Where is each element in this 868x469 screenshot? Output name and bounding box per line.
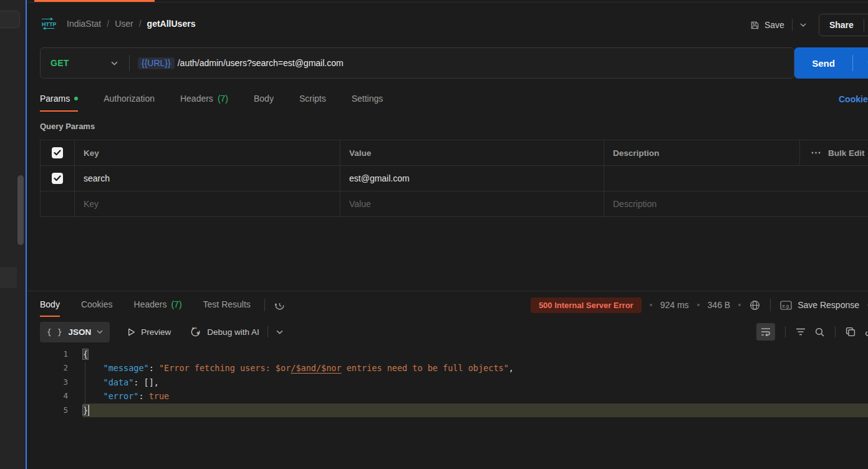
link-icon[interactable] [864, 327, 868, 337]
breadcrumb-collection[interactable]: IndiaStat [67, 19, 101, 29]
tab-label: Headers [180, 94, 213, 104]
method-label: GET [51, 58, 69, 68]
request-tabs: Params Authorization Headers (7) Body Sc… [40, 87, 383, 112]
column-header-value: Value [340, 140, 604, 166]
response-tab-test-results[interactable]: Test Results [203, 294, 251, 317]
param-key-cell[interactable]: search [75, 166, 340, 191]
param-value-cell[interactable]: est@gmail.com [340, 166, 604, 191]
sidebar-scrollbar-thumb[interactable] [17, 175, 24, 245]
header-actions: Save Share [750, 14, 868, 36]
save-response-label: Save Response [798, 300, 859, 310]
divider [264, 299, 265, 311]
save-options-chevron[interactable] [800, 23, 806, 27]
separator-dot [738, 304, 741, 306]
url-bar: GET {{URL}} /auth/admin/users?search=est… [40, 47, 794, 79]
copy-icon[interactable] [846, 327, 856, 337]
braces-icon: { } [47, 327, 63, 337]
query-params-table: Key Value Description Bulk Edit search e… [40, 140, 868, 217]
active-request-tab-indicator [34, 0, 155, 2]
sidebar-top-item[interactable] [0, 11, 20, 28]
share-button[interactable]: Share [819, 20, 864, 30]
save-button[interactable]: Save [750, 20, 784, 30]
tab-label: Body [254, 94, 274, 104]
breadcrumb-folder[interactable]: User [115, 19, 133, 29]
viewer-options-chevron[interactable] [276, 330, 283, 334]
tab-label: Body [40, 299, 60, 309]
search-icon[interactable] [814, 327, 825, 337]
code-line: 5} [27, 404, 868, 417]
tab-label: Cookies [81, 299, 113, 309]
response-header: Body Cookies Headers (7) Test Results [40, 293, 868, 317]
code-line: 1{ [27, 347, 868, 361]
response-status-bar: 500 Internal Server Error 924 ms 346 B [531, 297, 868, 313]
params-active-dot [74, 97, 78, 100]
response-tab-body[interactable]: Body [40, 294, 60, 317]
code-line: 3 "data": [], [27, 375, 868, 389]
save-response-button[interactable]: e.g. Save Response [780, 300, 859, 310]
response-divider[interactable] [27, 291, 868, 291]
tabbar-border [27, 2, 868, 2]
tab-count: (7) [218, 94, 228, 104]
wrap-text-icon[interactable] [756, 323, 775, 341]
param-checkbox[interactable] [52, 173, 63, 184]
method-dropdown[interactable]: GET [41, 58, 129, 68]
bulk-edit-label: Bulk Edit [828, 148, 865, 158]
empty-row-checkbox-cell [41, 191, 75, 217]
chevron-down-icon [97, 330, 103, 334]
preview-button[interactable]: Preview [127, 327, 171, 337]
cookies-link[interactable]: Cookies [839, 94, 868, 104]
code-line: 4 "error": true [27, 389, 868, 403]
format-dropdown[interactable]: { } JSON [40, 322, 110, 342]
new-param-key-cell[interactable]: Key [75, 191, 340, 217]
code-line: 2 "message": "Error fetching users: $or/… [27, 361, 868, 375]
tab-authorization[interactable]: Authorization [104, 87, 155, 112]
network-info-icon[interactable] [749, 299, 761, 311]
new-param-value-cell[interactable]: Value [340, 191, 604, 217]
param-description-cell[interactable] [604, 166, 868, 191]
sidebar-bottom-item[interactable] [0, 267, 17, 288]
separator-dot [697, 304, 700, 306]
url-input[interactable]: {{URL}} /auth/admin/users?search=est@gma… [130, 57, 794, 69]
new-param-description-cell[interactable]: Description [604, 191, 868, 217]
status-badge: 500 Internal Server Error [531, 297, 642, 313]
tab-body[interactable]: Body [254, 87, 274, 112]
query-params-title: Query Params [40, 122, 95, 131]
tab-settings[interactable]: Settings [352, 87, 383, 112]
line-number: 1 [27, 347, 68, 361]
response-tab-cookies[interactable]: Cookies [81, 294, 113, 317]
url-variable-chip[interactable]: {{URL}} [138, 57, 175, 69]
tab-scripts[interactable]: Scripts [299, 87, 326, 112]
save-as-example-icon: e.g. [780, 301, 792, 310]
tab-label: Test Results [203, 299, 251, 309]
tab-headers[interactable]: Headers (7) [180, 87, 228, 112]
response-tabs: Body Cookies Headers (7) Test Results [40, 294, 251, 317]
svg-text:e.g.: e.g. [783, 302, 791, 308]
divider [835, 326, 836, 337]
divider [268, 326, 268, 337]
send-button[interactable]: Send [794, 58, 852, 69]
filter-icon[interactable] [796, 328, 806, 336]
select-all-checkbox[interactable] [52, 147, 63, 158]
debug-label: Debug with AI [207, 327, 259, 337]
line-number: 5 [27, 404, 68, 417]
line-number: 3 [27, 375, 68, 389]
bulk-edit-cell: Bulk Edit [799, 140, 868, 166]
column-header-key: Key [75, 140, 340, 166]
response-tab-headers[interactable]: Headers (7) [134, 294, 182, 317]
response-history-icon[interactable] [274, 299, 286, 311]
save-icon [750, 21, 760, 30]
line-number: 4 [27, 389, 68, 403]
response-body-editor[interactable]: 1{2 "message": "Error fetching users: $o… [27, 347, 868, 469]
app-window: HTTP IndiaStat / User / getAllUsers [0, 0, 868, 469]
tab-label: Headers [134, 299, 167, 309]
select-all-cell [41, 140, 75, 166]
debug-with-ai-button[interactable]: Debug with AI [190, 326, 259, 338]
tab-params[interactable]: Params [40, 87, 78, 112]
bulk-edit-button[interactable]: Bulk Edit [811, 148, 865, 158]
copy-link-icon[interactable] [864, 20, 868, 30]
url-path: /auth/admin/users?search=est@gmail.com [178, 58, 344, 68]
response-viewer-toolbar: { } JSON Preview [40, 321, 868, 343]
breadcrumb-request-name[interactable]: getAllUsers [147, 19, 196, 29]
play-icon [127, 328, 135, 336]
send-options-chevron[interactable] [853, 61, 868, 65]
